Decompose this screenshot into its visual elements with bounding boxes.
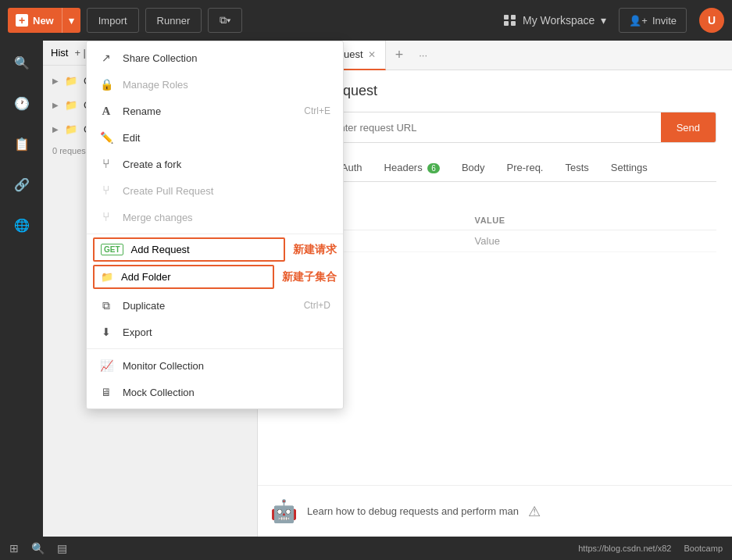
menu-item-monitor[interactable]: 📈 Monitor Collection: [87, 352, 343, 379]
menu-divider: [87, 234, 343, 234]
tab-prereq[interactable]: Pre-req.: [496, 155, 555, 181]
value-cell[interactable]: Value: [466, 230, 716, 252]
sidebar-icon-collections[interactable]: 📋: [8, 130, 36, 158]
menu-label-mock: Mock Collection: [123, 387, 330, 398]
tab-body[interactable]: Body: [451, 155, 496, 181]
menu-item-export[interactable]: ⬇ Export: [87, 319, 343, 345]
warning-icon: ⚠: [528, 503, 541, 520]
debug-bar: 🤖 Learn how to debug requests and perfor…: [258, 485, 732, 537]
invite-icon: 👤+: [629, 15, 648, 27]
caret-icon: ▶: [52, 125, 59, 134]
sidebar-icon-search[interactable]: 🔍: [8, 48, 36, 77]
bottom-url: https://blog.csdn.net/x82: [578, 544, 671, 553]
invite-label: Invite: [652, 15, 677, 27]
caret-icon: ▶: [52, 77, 59, 85]
folder-add-icon: 📁: [101, 271, 113, 283]
workspace-label: My Workspace: [523, 14, 595, 27]
menu-label-duplicate: Duplicate: [123, 300, 295, 312]
sidebar-icon-apis[interactable]: 🔗: [8, 170, 36, 198]
menu-item-mock[interactable]: 🖥 Mock Collection: [87, 379, 343, 405]
bottom-bar: ⊞ 🔍 ▤ https://blog.csdn.net/x82 Bootcamp: [0, 537, 732, 560]
menu-label-create-pull: Create Pull Request: [123, 185, 330, 197]
menu-label-rename: Rename: [123, 105, 295, 117]
workspace-area: My Workspace ▾ 👤+ Invite U: [504, 8, 724, 33]
menu-item-rename[interactable]: A Rename Ctrl+E: [87, 98, 343, 124]
menu-item-add-folder[interactable]: 📁 Add Folder: [93, 265, 274, 289]
dropdown-menu: ↗ Share Collection 🔒 Manage Roles A Rena…: [86, 41, 344, 409]
duplicate-shortcut: Ctrl+D: [304, 300, 330, 311]
url-input[interactable]: [323, 122, 661, 134]
pull-icon: ⑂: [99, 184, 113, 198]
tab-add-button[interactable]: +: [386, 47, 413, 63]
menu-label-export: Export: [123, 326, 330, 338]
invite-button[interactable]: 👤+ Invite: [619, 8, 687, 33]
menu-item-share[interactable]: ↗ Share Collection: [87, 45, 343, 71]
mock-icon: 🖥: [99, 385, 113, 399]
share-icon: ↗: [99, 51, 113, 65]
new-dropdown-arrow[interactable]: ▾: [62, 8, 80, 33]
sidebar: 🔍 🕐 📋 🔗 🌐: [0, 41, 43, 537]
bootcamp-label[interactable]: Bootcamp: [684, 544, 723, 553]
folder-icon: 📁: [65, 75, 77, 87]
add-collection-btn[interactable]: + |: [74, 47, 86, 59]
avatar[interactable]: U: [699, 8, 724, 33]
menu-label-share: Share Collection: [123, 52, 330, 64]
menu-item-manage-roles: 🔒 Manage Roles: [87, 71, 343, 98]
caret-icon: ▶: [52, 101, 59, 109]
export-icon: ⬇: [99, 325, 113, 339]
folder-icon: 📁: [65, 99, 77, 111]
tab-close-button[interactable]: ✕: [368, 49, 376, 60]
debug-icon: 🤖: [270, 498, 298, 524]
left-panel: Hist + | ▶ 📁 Collection 1 ▶ 📁 Collection…: [43, 41, 258, 537]
menu-label-manage-roles: Manage Roles: [123, 79, 330, 91]
bottom-console-icon[interactable]: ▤: [57, 542, 67, 555]
import-button[interactable]: Import: [87, 8, 139, 33]
new-button[interactable]: New ▾: [8, 8, 80, 33]
rename-icon: A: [99, 104, 113, 118]
menu-label-monitor: Monitor Collection: [123, 360, 330, 372]
tab-tests[interactable]: Tests: [554, 155, 599, 181]
menu-item-create-pull: ⑂ Create Pull Request: [87, 177, 343, 204]
workspace-caret: ▾: [601, 14, 606, 27]
tab-more-button[interactable]: ···: [412, 49, 434, 61]
menu-item-edit[interactable]: ✏️ Edit: [87, 124, 343, 151]
menu-divider-2: [87, 348, 343, 349]
tab-headers[interactable]: Headers 6: [373, 155, 451, 181]
menu-label-merge: Merge changes: [123, 212, 330, 223]
new-label: New: [33, 15, 54, 27]
menu-label-edit: Edit: [123, 132, 330, 144]
send-button[interactable]: Send: [661, 112, 716, 142]
menu-label-create-fork: Create a fork: [123, 159, 330, 170]
tab-settings[interactable]: Settings: [600, 155, 659, 181]
menu-item-duplicate[interactable]: ⧉ Duplicate Ctrl+D: [87, 292, 343, 319]
topbar: New ▾ Import Runner ⧉▾ My Workspace ▾ 👤+…: [0, 0, 732, 41]
monitor-icon: 📈: [99, 358, 113, 373]
value-header: VALUE: [466, 211, 716, 230]
proxy-button[interactable]: ⧉▾: [208, 8, 242, 33]
menu-item-merge: ⑂ Merge changes: [87, 204, 343, 230]
menu-label-add-folder: Add Folder: [121, 271, 171, 283]
main-layout: 🔍 🕐 📋 🔗 🌐 Hist + | ▶ 📁 Collection 1 ▶ 📁 …: [0, 41, 732, 537]
bottom-layout-icon[interactable]: ⊞: [9, 542, 19, 555]
history-label: Hist: [51, 47, 68, 59]
workspace-button[interactable]: My Workspace ▾: [504, 14, 606, 27]
menu-label-add-request: Add Request: [131, 244, 190, 255]
workspace-icon: [504, 15, 516, 26]
add-request-annotation: 新建请求: [293, 243, 337, 257]
fork-icon: ⑂: [99, 157, 113, 171]
menu-item-add-request[interactable]: GET Add Request: [93, 237, 285, 262]
bottom-search-icon[interactable]: 🔍: [31, 542, 45, 555]
folder-icon: 📁: [65, 123, 77, 135]
get-badge: GET: [101, 244, 123, 255]
menu-item-create-fork[interactable]: ⑂ Create a fork: [87, 151, 343, 177]
headers-badge: 6: [427, 163, 440, 173]
add-folder-annotation: 新建子集合: [282, 270, 337, 284]
runner-button[interactable]: Runner: [145, 8, 202, 33]
merge-icon: ⑂: [99, 210, 113, 224]
lock-icon: 🔒: [99, 77, 113, 91]
sidebar-icon-env[interactable]: 🌐: [8, 211, 36, 239]
plus-icon: [16, 14, 28, 27]
sidebar-icon-history[interactable]: 🕐: [8, 89, 36, 117]
rename-shortcut: Ctrl+E: [304, 105, 330, 116]
duplicate-icon: ⧉: [99, 298, 113, 312]
